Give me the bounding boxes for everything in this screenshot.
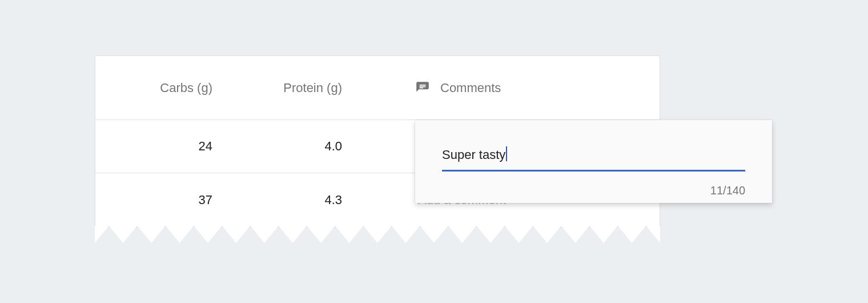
comment-editor-popup: Super tasty 11/140: [415, 120, 772, 203]
input-underline: [442, 170, 745, 172]
text-caret: [506, 146, 507, 161]
column-header-comments-label: Comments: [440, 81, 501, 95]
comment-input-value: Super tasty: [442, 147, 505, 163]
cell-carbs: 37: [95, 193, 230, 208]
column-header-comments[interactable]: Comments: [358, 81, 660, 95]
character-counter: 11/140: [710, 184, 745, 197]
table-header-row: Carbs (g) Protein (g) Comments: [95, 56, 660, 120]
cell-protein: 4.3: [230, 193, 358, 208]
torn-edge-decoration: [95, 226, 660, 243]
comment-input[interactable]: Super tasty: [442, 146, 745, 172]
column-header-protein[interactable]: Protein (g): [230, 81, 358, 95]
comment-icon: [415, 81, 430, 95]
stage: Carbs (g) Protein (g) Comments 24 4.0 37…: [0, 0, 868, 303]
cell-protein: 4.0: [230, 139, 358, 154]
column-header-carbs[interactable]: Carbs (g): [95, 81, 230, 95]
cell-carbs: 24: [95, 139, 230, 154]
